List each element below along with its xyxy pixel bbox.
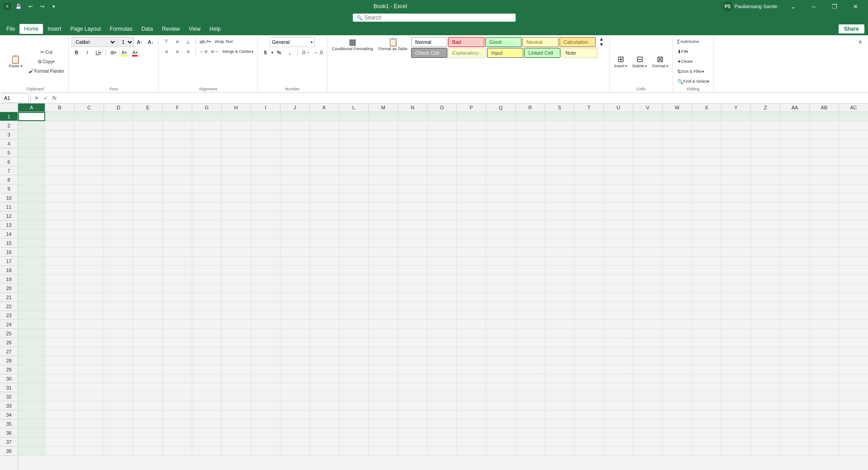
cell-H33[interactable] <box>222 401 251 410</box>
cell-J31[interactable] <box>280 383 310 392</box>
cell-AC1[interactable] <box>839 112 868 121</box>
cell-D22[interactable] <box>104 302 133 311</box>
col-header-U[interactable]: U <box>604 103 633 112</box>
cell-A22[interactable] <box>18 302 45 311</box>
cell-F37[interactable] <box>163 437 192 446</box>
col-header-V[interactable]: V <box>633 103 663 112</box>
cell-M4[interactable] <box>369 139 398 148</box>
cell-J8[interactable] <box>280 175 310 184</box>
cell-B13[interactable] <box>45 221 75 230</box>
row-header-18[interactable]: 18 <box>0 266 18 275</box>
cell-V2[interactable] <box>633 121 663 130</box>
cell-O28[interactable] <box>427 356 457 365</box>
cell-S16[interactable] <box>545 248 574 257</box>
cell-I17[interactable] <box>251 257 280 266</box>
cell-D32[interactable] <box>104 392 133 401</box>
cell-W36[interactable] <box>663 428 692 437</box>
cell-N25[interactable] <box>398 329 427 338</box>
cell-D27[interactable] <box>104 347 133 356</box>
cell-I23[interactable] <box>251 311 280 320</box>
cell-B14[interactable] <box>45 230 75 239</box>
cell-N10[interactable] <box>398 193 427 202</box>
cell-X11[interactable] <box>692 202 721 212</box>
cell-E24[interactable] <box>133 320 163 329</box>
cell-AA29[interactable] <box>780 365 810 374</box>
col-header-T[interactable]: T <box>574 103 604 112</box>
cell-D34[interactable] <box>104 410 133 419</box>
col-header-M[interactable]: M <box>369 103 398 112</box>
cell-L33[interactable] <box>339 401 369 410</box>
user-avatar[interactable]: PS <box>723 1 733 11</box>
cell-Y27[interactable] <box>721 347 751 356</box>
col-header-I[interactable]: I <box>251 103 280 112</box>
cell-F33[interactable] <box>163 401 192 410</box>
cell-I10[interactable] <box>251 193 280 202</box>
cell-E36[interactable] <box>133 428 163 437</box>
cell-C2[interactable] <box>75 121 104 130</box>
cell-N21[interactable] <box>398 293 427 302</box>
cell-P21[interactable] <box>457 293 486 302</box>
cell-M14[interactable] <box>369 230 398 239</box>
cell-X28[interactable] <box>692 356 721 365</box>
cell-A4[interactable] <box>18 139 45 148</box>
cell-V18[interactable] <box>633 266 663 275</box>
cell-W5[interactable] <box>663 148 692 157</box>
find-select-button[interactable]: 🔍Find & Select▾ <box>676 77 711 86</box>
number-format-select[interactable]: General <box>270 37 315 47</box>
cell-L19[interactable] <box>339 275 369 284</box>
cell-H30[interactable] <box>222 374 251 383</box>
cell-H35[interactable] <box>222 419 251 428</box>
col-header-B[interactable]: B <box>45 103 75 112</box>
cell-P33[interactable] <box>457 401 486 410</box>
cell-M33[interactable] <box>369 401 398 410</box>
cell-L9[interactable] <box>339 184 369 193</box>
cell-P18[interactable] <box>457 266 486 275</box>
cell-P37[interactable] <box>457 437 486 446</box>
cell-W3[interactable] <box>663 130 692 139</box>
save-button[interactable]: 💾 <box>14 2 23 10</box>
cell-S22[interactable] <box>545 302 574 311</box>
cell-D29[interactable] <box>104 365 133 374</box>
cell-U36[interactable] <box>604 428 633 437</box>
cell-E1[interactable] <box>133 112 163 121</box>
cell-B6[interactable] <box>45 157 75 166</box>
cell-N19[interactable] <box>398 275 427 284</box>
cell-AA37[interactable] <box>780 437 810 446</box>
row-header-10[interactable]: 10 <box>0 193 18 202</box>
cell-S5[interactable] <box>545 148 574 157</box>
cell-AA13[interactable] <box>780 221 810 230</box>
col-header-E[interactable]: E <box>133 103 163 112</box>
cell-O5[interactable] <box>427 148 457 157</box>
cell-P30[interactable] <box>457 374 486 383</box>
cell-J25[interactable] <box>280 329 310 338</box>
cell-F25[interactable] <box>163 329 192 338</box>
cell-I30[interactable] <box>251 374 280 383</box>
cell-A18[interactable] <box>18 266 45 275</box>
col-header-R[interactable]: R <box>516 103 545 112</box>
cell-R4[interactable] <box>516 139 545 148</box>
cell-E3[interactable] <box>133 130 163 139</box>
cell-AA32[interactable] <box>780 392 810 401</box>
cell-L5[interactable] <box>339 148 369 157</box>
cell-W28[interactable] <box>663 356 692 365</box>
cell-Q1[interactable] <box>486 112 516 121</box>
cell-G31[interactable] <box>192 383 222 392</box>
cell-W30[interactable] <box>663 374 692 383</box>
cell-N9[interactable] <box>398 184 427 193</box>
cell-W23[interactable] <box>663 311 692 320</box>
cell-Z8[interactable] <box>751 175 780 184</box>
cell-D30[interactable] <box>104 374 133 383</box>
cell-E9[interactable] <box>133 184 163 193</box>
col-header-Y[interactable]: Y <box>721 103 751 112</box>
cell-F9[interactable] <box>163 184 192 193</box>
cell-Z7[interactable] <box>751 166 780 175</box>
cell-S24[interactable] <box>545 320 574 329</box>
cell-K30[interactable] <box>310 374 339 383</box>
cell-Z14[interactable] <box>751 230 780 239</box>
font-color-button[interactable]: A▾ <box>130 48 140 57</box>
cell-B20[interactable] <box>45 284 75 293</box>
cell-T20[interactable] <box>574 284 604 293</box>
cell-T12[interactable] <box>574 212 604 221</box>
cell-F5[interactable] <box>163 148 192 157</box>
cell-P27[interactable] <box>457 347 486 356</box>
